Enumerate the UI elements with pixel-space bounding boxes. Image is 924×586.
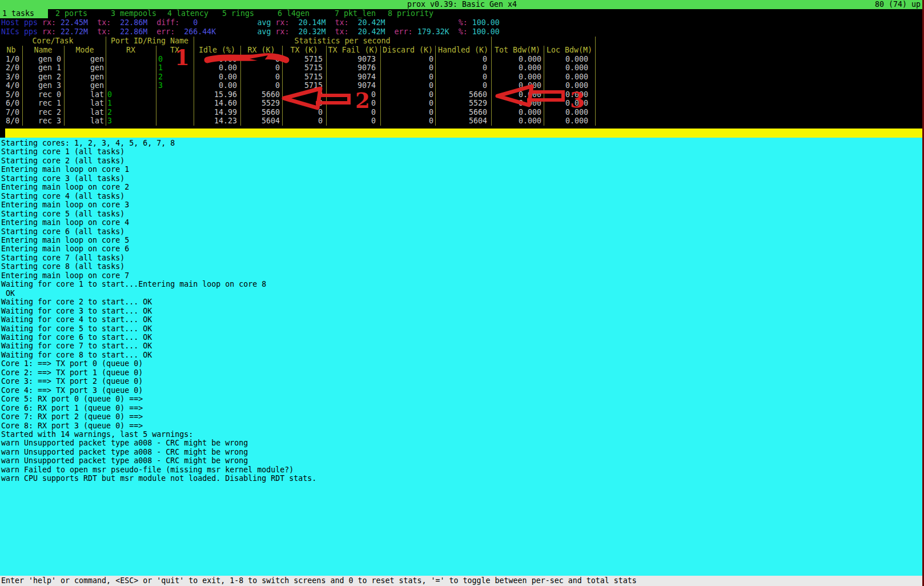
window-title: prox v0.39: Basic Gen x4 bbox=[407, 0, 517, 9]
tab-bar: 1 tasks2 ports3 mempools4 latency5 rings… bbox=[0, 9, 924, 18]
col-header-idle: Idle (%) bbox=[194, 46, 240, 55]
tab-8-priority[interactable]: 8 priority bbox=[388, 9, 433, 18]
cell: gen bbox=[66, 73, 104, 82]
stat-segment: %: bbox=[449, 27, 472, 36]
tab-4-latency[interactable]: 4 latency bbox=[167, 9, 208, 18]
tab-7-pkt_len[interactable]: 7 pkt_len bbox=[335, 9, 376, 18]
cell: 0.00 bbox=[196, 81, 237, 90]
table-row: 6/0rec 1lat114.60552900055290.0000.000 bbox=[0, 99, 605, 108]
log-line: Entering main loop on core 3 bbox=[1, 200, 316, 209]
col-header-rx-k: RX (K) bbox=[240, 46, 282, 55]
tab-3-mempools[interactable]: 3 mempools bbox=[111, 9, 156, 18]
stat-segment: 100.00 bbox=[472, 27, 500, 36]
title-bar: prox v0.39: Basic Gen x4 80 (74) up bbox=[0, 0, 924, 9]
table-row: 5/0rec 0lat015.96566000056600.0000.000 bbox=[0, 90, 605, 99]
cell: rec 1 bbox=[25, 99, 61, 108]
stat-segment: err: bbox=[385, 27, 417, 36]
log-line: Starting core 6 (all tasks) bbox=[1, 227, 316, 236]
tab-6-l4gen[interactable]: 6 l4gen bbox=[278, 9, 310, 18]
cell: 0.000 bbox=[495, 63, 541, 73]
prox-terminal: prox v0.39: Basic Gen x4 80 (74) up 1 ta… bbox=[0, 0, 924, 586]
stat-segment: tx: bbox=[88, 18, 120, 27]
cell: 5604 bbox=[439, 117, 487, 126]
stats-table: Core/TaskPort ID/Ring NameStatistics per… bbox=[0, 37, 605, 126]
cell: 1/0 bbox=[0, 55, 19, 64]
command-status-bar[interactable]: Enter 'help' or command, <ESC> or 'quit'… bbox=[0, 576, 924, 586]
log-line: warn Unsupported packet type a008 - CRC … bbox=[1, 448, 316, 456]
cell: gen bbox=[66, 81, 104, 90]
log-line: Entering main loop on core 7 bbox=[1, 271, 316, 280]
tab-1-tasks[interactable]: 1 tasks bbox=[0, 9, 48, 18]
table-row: 4/0gen 3gen30.00057159074000.0000.000 bbox=[0, 81, 605, 90]
cell: 0 bbox=[286, 90, 323, 99]
log-line: Waiting for core 6 to start... OK bbox=[1, 333, 316, 342]
group-header-1: Core/Task bbox=[0, 37, 106, 46]
log-text: Starting cores: 1, 2, 3, 4, 5, 6, 7, 8St… bbox=[1, 139, 316, 483]
cell: 0.000 bbox=[546, 117, 588, 126]
cell: 0.000 bbox=[495, 73, 541, 82]
cell: 0.000 bbox=[546, 90, 588, 99]
log-line: Core 4: ==> TX port 3 (queue 0) bbox=[1, 386, 316, 395]
log-line: Waiting for core 1 to start...Entering m… bbox=[1, 280, 316, 288]
cell: 1 bbox=[107, 99, 142, 108]
stat-segment: rx: bbox=[271, 18, 298, 27]
col-header-tot-bdw-m: Tot Bdw(M) bbox=[491, 46, 544, 55]
table-row: 1/0gen 0gen00.00057159073000.0000.000 bbox=[0, 55, 605, 64]
cell: 0 bbox=[439, 81, 487, 90]
log-line: warn Failed to open msr pseudo-file (mis… bbox=[1, 465, 316, 474]
cell: 0.000 bbox=[495, 108, 541, 117]
cell: 5529 bbox=[244, 99, 280, 108]
cell: 5660 bbox=[439, 90, 487, 99]
cell: 0 bbox=[286, 117, 323, 126]
cell: 4/0 bbox=[0, 81, 19, 90]
cell: 5715 bbox=[286, 81, 323, 90]
cell: 0.000 bbox=[495, 117, 541, 126]
cell: 5715 bbox=[286, 63, 323, 73]
cell: 0 bbox=[244, 73, 280, 82]
log-line: Waiting for core 2 to start... OK bbox=[1, 298, 316, 306]
cell: 0 bbox=[383, 81, 433, 90]
cell: 3/0 bbox=[0, 73, 19, 82]
cell: rec 3 bbox=[25, 117, 61, 126]
log-line: Core 2: ==> TX port 1 (queue 0) bbox=[1, 368, 316, 377]
log-line: Entering main loop on core 4 bbox=[1, 218, 316, 227]
cell: 0 bbox=[439, 63, 487, 73]
cell: 0 bbox=[383, 108, 433, 117]
stat-segment: 20.14M bbox=[298, 18, 326, 27]
cell: 5/0 bbox=[0, 90, 19, 99]
cell: 0.000 bbox=[495, 99, 541, 108]
cell: 0.00 bbox=[196, 55, 237, 64]
stat-segment: 22.86M bbox=[120, 27, 147, 36]
log-line: Starting core 1 (all tasks) bbox=[1, 147, 316, 156]
cell: 9074 bbox=[330, 81, 376, 90]
cell: gen 1 bbox=[25, 63, 61, 73]
log-line: Starting cores: 1, 2, 3, 4, 5, 6, 7, 8 bbox=[1, 139, 316, 147]
cell: 0 bbox=[244, 81, 280, 90]
host-pps-line: Host pps rx: 22.45M tx: 22.86M diff: 0 a… bbox=[1, 18, 500, 27]
stat-segment: avg bbox=[257, 18, 271, 27]
log-line: Core 7: RX port 2 (queue 0) ==> bbox=[1, 412, 316, 421]
cell: gen bbox=[66, 55, 104, 64]
stat-segment: 20.42M bbox=[358, 27, 385, 36]
tab-5-rings[interactable]: 5 rings bbox=[222, 9, 254, 18]
stat-segment: err: bbox=[147, 27, 179, 36]
tab-2-ports[interactable]: 2 ports bbox=[55, 9, 87, 18]
stat-segment: rx: bbox=[38, 18, 61, 27]
cell: 5660 bbox=[244, 90, 280, 99]
log-line: OK bbox=[1, 289, 316, 298]
cell: 0.00 bbox=[196, 63, 237, 73]
stat-segment bbox=[198, 18, 257, 27]
stat-segment: 266.44K bbox=[179, 27, 216, 36]
cell: 0 bbox=[107, 90, 142, 99]
cell: 0 bbox=[244, 63, 280, 73]
cell: 2 bbox=[107, 108, 142, 117]
cell: 2 bbox=[158, 73, 190, 82]
stat-segment bbox=[385, 18, 459, 27]
stat-segment: %: bbox=[459, 18, 472, 27]
cell: 15.96 bbox=[196, 90, 237, 99]
col-header-tx: TX bbox=[156, 46, 194, 55]
cell: 0 bbox=[330, 117, 376, 126]
cell: 5715 bbox=[286, 73, 323, 82]
stat-segment: diff: bbox=[147, 18, 179, 27]
table-row: 8/0rec 3lat314.23560400056040.0000.000 bbox=[0, 117, 605, 126]
